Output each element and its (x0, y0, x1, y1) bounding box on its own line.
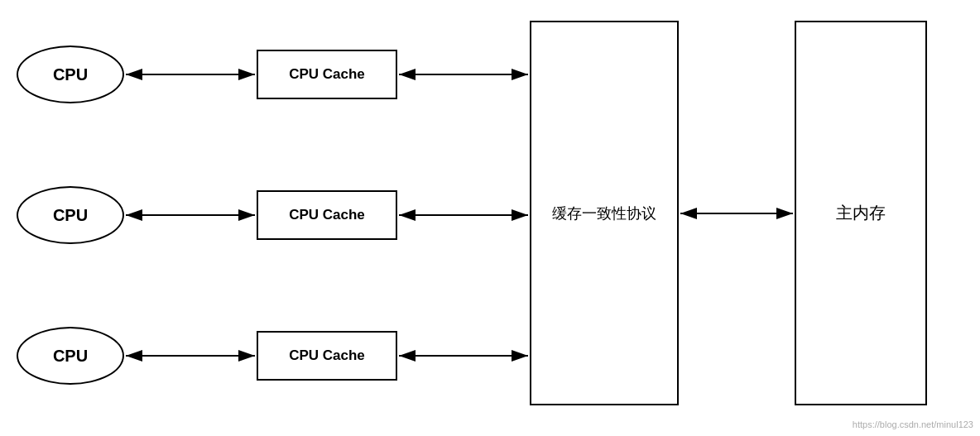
cache-3-label: CPU Cache (289, 347, 365, 364)
cache-1-label: CPU Cache (289, 66, 365, 83)
cpu-3: CPU (17, 327, 124, 385)
coherence-label: 缓存一致性协议 (552, 204, 656, 223)
memory-label: 主内存 (836, 202, 886, 224)
cache-2: CPU Cache (257, 190, 397, 240)
cpu-1: CPU (17, 46, 124, 103)
main-memory-box: 主内存 (795, 21, 927, 405)
cpu-2: CPU (17, 186, 124, 244)
coherence-protocol-box: 缓存一致性协议 (530, 21, 679, 405)
cache-3: CPU Cache (257, 331, 397, 381)
cpu-1-label: CPU (53, 65, 88, 84)
cpu-2-label: CPU (53, 206, 88, 225)
cache-1: CPU Cache (257, 50, 397, 99)
watermark: https://blog.csdn.net/minul123 (853, 419, 973, 429)
diagram-container: CPU CPU CPU CPU Cache CPU Cache CPU Cach… (0, 0, 980, 436)
cache-2-label: CPU Cache (289, 207, 365, 223)
cpu-3-label: CPU (53, 347, 88, 366)
